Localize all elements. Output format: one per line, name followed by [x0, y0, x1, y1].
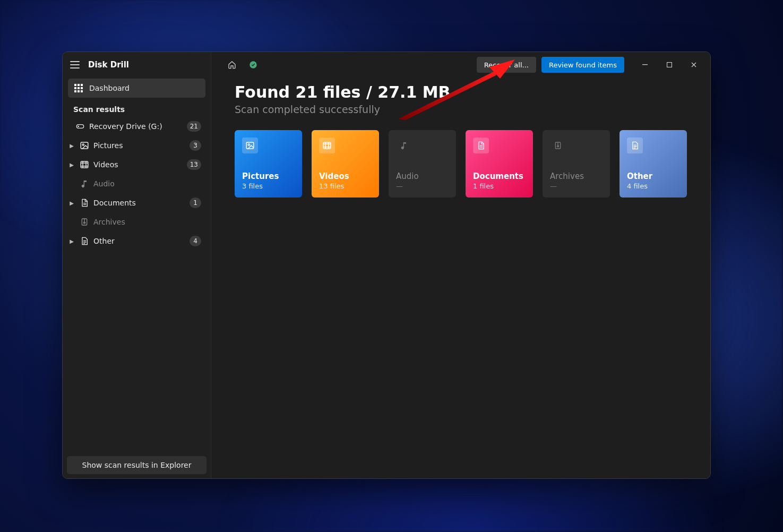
sidebar-item-documents[interactable]: ▶Documents1 [63, 193, 211, 212]
window-controls [633, 57, 706, 73]
svg-rect-17 [667, 63, 672, 67]
app-title: Disk Drill [88, 60, 129, 70]
svg-rect-4 [78, 87, 80, 89]
minimize-button[interactable] [633, 57, 657, 73]
toolbar: Recover all... Review found items [211, 52, 710, 78]
sidebar-section-label: Scan results [63, 99, 211, 117]
card-label: Pictures [242, 171, 295, 181]
drive-icon [75, 122, 85, 131]
sidebar-item-label: Documents [93, 199, 185, 207]
svg-rect-0 [74, 84, 76, 86]
sidebar-item-recovery-drive-g-[interactable]: Recovery Drive (G:)21 [63, 117, 211, 136]
card-count: 3 files [242, 182, 295, 190]
sidebar-item-label: Archives [93, 218, 201, 226]
card-count: 4 files [627, 182, 679, 190]
svg-point-10 [78, 126, 79, 126]
svg-rect-11 [81, 142, 88, 149]
card-count: — [550, 182, 603, 190]
chevron-right-icon: ▶ [68, 200, 75, 206]
archive-icon [80, 217, 89, 227]
svg-rect-9 [76, 125, 83, 128]
review-found-items-label: Review found items [549, 61, 617, 69]
card-label: Archives [550, 171, 603, 181]
card-documents[interactable]: Documents1 files [466, 130, 533, 198]
main-panel: Recover all... Review found items Found … [211, 52, 710, 478]
titlebar-left: Disk Drill [63, 52, 211, 78]
card-label: Documents [473, 171, 526, 181]
recover-all-label: Recover all... [484, 61, 529, 69]
card-videos[interactable]: Videos13 files [312, 130, 379, 198]
other-icon [80, 236, 89, 246]
svg-point-15 [249, 61, 256, 68]
image-icon [242, 138, 258, 153]
content-area: Found 21 files / 27.1 MB Scan completed … [211, 78, 710, 198]
sidebar-item-label: Audio [93, 179, 201, 188]
card-count: 1 files [473, 182, 526, 190]
sidebar: Disk Drill Dashboard Scan results Recove… [63, 52, 211, 478]
sidebar-item-pictures[interactable]: ▶Pictures3 [63, 136, 211, 155]
chevron-right-icon: ▶ [68, 143, 75, 149]
count-badge: 3 [190, 140, 201, 151]
svg-rect-1 [78, 84, 80, 86]
image-icon [80, 141, 89, 150]
svg-rect-18 [246, 142, 254, 149]
sidebar-item-label: Pictures [93, 141, 185, 150]
maximize-button[interactable] [657, 57, 682, 73]
document-icon [80, 198, 89, 208]
sidebar-item-videos[interactable]: ▶Videos13 [63, 155, 211, 174]
count-badge: 4 [190, 236, 201, 246]
sidebar-tree: Recovery Drive (G:)21▶Pictures3▶Videos13… [63, 117, 211, 251]
archive-icon [550, 138, 566, 153]
svg-point-12 [82, 144, 84, 145]
count-badge: 1 [190, 198, 201, 208]
document-icon [473, 138, 489, 153]
menu-icon[interactable] [70, 61, 80, 68]
chevron-right-icon: ▶ [68, 162, 75, 168]
recover-all-button[interactable]: Recover all... [477, 57, 536, 73]
card-label: Videos [319, 171, 372, 181]
close-button[interactable] [682, 57, 706, 73]
card-label: Audio [396, 171, 449, 181]
count-badge: 21 [187, 121, 201, 132]
card-count: 13 files [319, 182, 372, 190]
card-archives: Archives— [543, 130, 610, 198]
card-pictures[interactable]: Pictures3 files [235, 130, 302, 198]
home-icon[interactable] [224, 57, 240, 73]
svg-rect-6 [74, 90, 76, 92]
show-in-explorer-button[interactable]: Show scan results in Explorer [67, 456, 206, 474]
chevron-right-icon: ▶ [68, 238, 75, 244]
svg-rect-5 [81, 87, 83, 89]
svg-rect-20 [323, 142, 331, 149]
card-label: Other [627, 171, 679, 181]
category-cards: Pictures3 filesVideos13 filesAudio—Docum… [235, 130, 687, 198]
sidebar-item-archives[interactable]: Archives [63, 212, 211, 231]
subheadline: Scan completed successfully [235, 104, 687, 115]
sidebar-item-label: Recovery Drive (G:) [89, 122, 183, 131]
nav-dashboard[interactable]: Dashboard [68, 79, 205, 98]
svg-rect-8 [81, 90, 83, 92]
svg-rect-3 [74, 87, 76, 89]
review-found-items-button[interactable]: Review found items [541, 57, 624, 73]
count-badge: 13 [187, 159, 201, 170]
nav-dashboard-label: Dashboard [89, 84, 130, 92]
show-in-explorer-label: Show scan results in Explorer [82, 461, 192, 469]
svg-point-19 [248, 144, 249, 145]
card-other[interactable]: Other4 files [619, 130, 687, 198]
svg-rect-13 [81, 161, 88, 168]
sidebar-item-other[interactable]: ▶Other4 [63, 231, 211, 251]
audio-icon [80, 179, 89, 188]
svg-rect-7 [78, 90, 80, 92]
check-circle-icon[interactable] [245, 57, 261, 73]
sidebar-item-audio[interactable]: Audio [63, 174, 211, 193]
svg-rect-16 [642, 64, 648, 65]
headline: Found 21 files / 27.1 MB [235, 83, 687, 101]
video-icon [319, 138, 335, 153]
audio-icon [396, 138, 412, 153]
sidebar-item-label: Other [93, 237, 185, 245]
sidebar-item-label: Videos [93, 160, 183, 169]
other-icon [627, 138, 643, 153]
video-icon [80, 160, 89, 169]
app-window: Disk Drill Dashboard Scan results Recove… [62, 52, 711, 479]
card-audio: Audio— [389, 130, 456, 198]
card-count: — [396, 182, 449, 190]
